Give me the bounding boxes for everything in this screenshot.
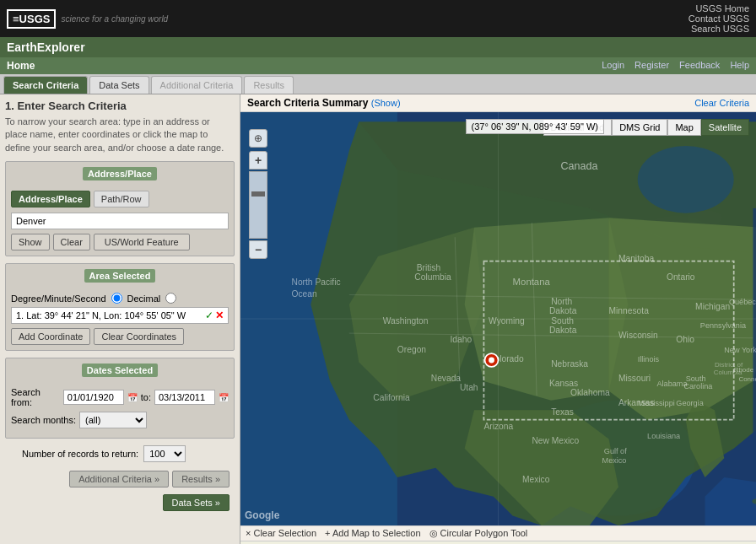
map-header-left: Search Criteria Summary (Show) <box>247 97 401 109</box>
sub-tab-path-row[interactable]: Path/Row <box>94 191 149 207</box>
address-input[interactable] <box>11 213 229 229</box>
date-from-calendar-icon[interactable]: 📅 <box>127 393 138 402</box>
map-container[interactable]: North Pacific Ocean Canada Montana Briti… <box>240 112 756 525</box>
dms-radio[interactable] <box>165 293 176 304</box>
us-world-feature-button[interactable]: US/World Feature <box>94 234 190 250</box>
dms-grid-button[interactable]: DMS Grid <box>612 119 667 136</box>
map-toolbar: × Clear Selection + Add Map to Selection… <box>240 525 756 541</box>
svg-text:Québec: Québec <box>729 298 756 306</box>
clear-criteria-link[interactable]: Clear Criteria <box>694 98 749 108</box>
svg-text:Montana: Montana <box>513 277 551 287</box>
summary-title: Search Criteria Summary <box>247 97 368 109</box>
address-sub-tabs: Address/Place Path/Row <box>11 191 229 207</box>
dms-label: Degree/Minute/Second <box>11 294 106 304</box>
add-map-to-selection-link[interactable]: + Add Map to Selection <box>325 528 420 539</box>
data-sets-button-row: Data Sets » <box>5 491 235 514</box>
svg-text:Illinois: Illinois <box>638 355 660 364</box>
clear-selection-link[interactable]: × Clear Selection <box>246 528 316 539</box>
clear-button[interactable]: Clear <box>53 234 90 250</box>
svg-text:Mexico: Mexico <box>522 475 550 484</box>
usgs-home-link[interactable]: USGS Home <box>695 3 749 13</box>
home-link[interactable]: Home <box>7 60 35 72</box>
tab-additional-criteria[interactable]: Additional Criteria <box>151 76 243 94</box>
google-watermark: Google <box>245 509 279 521</box>
pan-control[interactable]: ⊕ <box>249 129 267 148</box>
tab-data-sets[interactable]: Data Sets <box>89 76 148 94</box>
contact-usgs-link[interactable]: Contact USGS <box>688 13 749 24</box>
coordinate-type-row: Degree/Minute/Second Decimal <box>11 293 229 304</box>
svg-text:North: North <box>551 297 572 306</box>
svg-text:South: South <box>551 316 574 326</box>
show-button[interactable]: Show <box>11 234 50 250</box>
map-button[interactable]: Map <box>667 119 700 136</box>
svg-text:Utah: Utah <box>460 383 478 392</box>
circular-polygon-tool-link[interactable]: ◎ Circular Polygon Tool <box>429 528 528 539</box>
show-link[interactable]: (Show) <box>371 98 401 108</box>
months-select[interactable]: (all) <box>79 412 147 428</box>
svg-text:Mexico: Mexico <box>602 456 627 465</box>
date-from-input[interactable] <box>63 390 124 405</box>
svg-text:Columbia: Columbia <box>714 369 742 376</box>
coordinate-delete-icon[interactable]: ✕ <box>215 310 224 321</box>
svg-text:Ontario: Ontario <box>667 272 695 282</box>
dates-selected-group: Dates Selected Search from: 📅 to: 📅 Sear… <box>5 358 235 439</box>
add-coordinate-button[interactable]: Add Coordinate <box>11 328 90 345</box>
svg-text:New Mexico: New Mexico <box>532 436 579 445</box>
address-place-group-title: Address/Place <box>83 167 157 180</box>
records-select[interactable]: 100 50 150 <box>143 445 186 462</box>
sub-tab-address-place[interactable]: Address/Place <box>11 191 90 207</box>
svg-text:Ocean: Ocean <box>292 289 317 299</box>
header: ≡USGS science for a changing world USGS … <box>0 0 756 37</box>
svg-text:District of: District of <box>715 361 743 369</box>
svg-text:Dakota: Dakota <box>549 306 577 315</box>
coordinate-entry: 1. Lat: 39° 44' 21" N, Lon: 104° 55' 05"… <box>11 307 229 324</box>
search-months-label: Search months: <box>11 415 76 425</box>
address-place-group: Address/Place Address/Place Path/Row Sho… <box>5 161 235 256</box>
zoom-in-button[interactable]: + <box>249 151 267 170</box>
svg-text:British: British <box>417 263 441 272</box>
dates-selected-group-title: Dates Selected <box>82 364 158 377</box>
zoom-slider[interactable] <box>249 171 267 239</box>
feedback-link[interactable]: Feedback <box>679 60 720 72</box>
results-button[interactable]: Results » <box>172 471 230 487</box>
tabs-bar: Search Criteria Data Sets Additional Cri… <box>0 74 756 94</box>
app-title-bar: EarthExplorer <box>0 37 756 57</box>
area-selected-group: Area Selected Degree/Minute/Second Decim… <box>5 263 235 351</box>
additional-criteria-button[interactable]: Additional Criteria » <box>69 471 169 487</box>
decimal-radio[interactable] <box>111 293 122 304</box>
search-usgs-link[interactable]: Search USGS <box>691 24 749 34</box>
svg-text:Columbia: Columbia <box>414 272 451 282</box>
date-to-label: to: <box>141 392 151 402</box>
left-panel: 1. Enter Search Criteria To narrow your … <box>0 94 240 544</box>
decimal-label: Decimal <box>127 294 161 304</box>
svg-text:Wisconsin: Wisconsin <box>618 331 658 340</box>
clear-coordinates-button[interactable]: Clear Coordinates <box>94 328 184 345</box>
svg-point-5 <box>638 146 734 213</box>
tab-results[interactable]: Results <box>244 76 294 94</box>
svg-text:Oklahoma: Oklahoma <box>570 388 610 397</box>
login-link[interactable]: Login <box>602 60 624 72</box>
section-description: To narrow your search area: type in an a… <box>5 116 235 154</box>
zoom-out-button[interactable]: − <box>249 240 267 259</box>
svg-text:Nebraska: Nebraska <box>551 359 588 369</box>
help-link[interactable]: Help <box>730 60 749 72</box>
date-from-row: Search from: 📅 to: 📅 <box>11 387 229 407</box>
zoom-slider-thumb <box>251 191 265 197</box>
action-buttons: Additional Criteria » Results » <box>5 467 235 491</box>
date-to-calendar-icon[interactable]: 📅 <box>219 393 229 402</box>
svg-text:Wyoming: Wyoming <box>489 316 525 326</box>
svg-text:Missouri: Missouri <box>618 374 651 383</box>
satellite-button[interactable]: Satellite <box>701 119 749 136</box>
svg-text:Connect.: Connect. <box>738 375 756 383</box>
tab-search-criteria[interactable]: Search Criteria <box>3 76 88 94</box>
date-to-input[interactable] <box>154 390 215 405</box>
svg-text:Louisiana: Louisiana <box>647 432 681 440</box>
coordinate-check-icon[interactable]: ✓ <box>205 310 213 321</box>
usgs-tagline: science for a changing world <box>61 14 168 24</box>
svg-text:Georgia: Georgia <box>676 399 704 407</box>
zoom-controls: ⊕ + − <box>249 129 267 259</box>
svg-text:Oregon: Oregon <box>397 345 426 354</box>
register-link[interactable]: Register <box>634 60 669 72</box>
data-sets-button[interactable]: Data Sets » <box>163 494 230 511</box>
svg-text:California: California <box>373 393 410 402</box>
